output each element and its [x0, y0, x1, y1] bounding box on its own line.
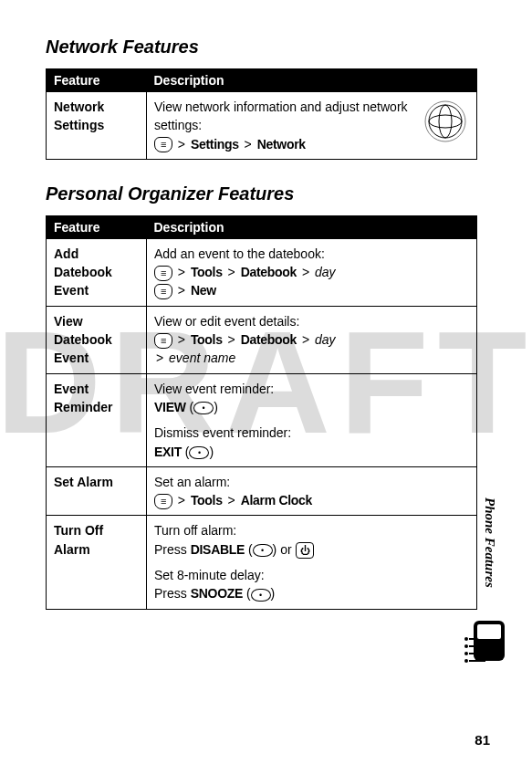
left-softkey-icon: •: [193, 402, 214, 414]
desc-text: Turn off alarm:: [154, 523, 236, 538]
desc-text: Press: [154, 586, 191, 601]
gt: >: [228, 332, 235, 347]
svg-rect-10: [469, 645, 478, 647]
softkey-label: DISABLE: [191, 542, 245, 557]
menu-path: Tools: [191, 332, 223, 347]
menu-path: Tools: [191, 265, 223, 279]
side-tab-label: Phone Features: [482, 497, 497, 588]
desc-text: Press: [154, 542, 191, 557]
desc-text: Set 8-minute delay:: [154, 568, 265, 582]
menu-path-var: day: [315, 265, 336, 279]
svg-point-1: [429, 115, 462, 128]
gt: >: [178, 332, 185, 347]
section-title-organizer: Personal Organizer Features: [46, 183, 477, 204]
svg-point-5: [464, 637, 468, 641]
menu-key-icon: [154, 284, 172, 299]
gt: >: [228, 493, 235, 508]
svg-point-0: [429, 105, 462, 138]
menu-path-var: day: [315, 332, 336, 347]
gt: >: [245, 137, 252, 152]
description-cell: Set an alarm: > Tools > Alarm Clock: [147, 466, 477, 516]
right-softkey-icon: •: [253, 544, 273, 557]
description-cell: Turn off alarm: Press DISABLE (•) or Set…: [147, 516, 477, 609]
menu-path-var: event name: [169, 351, 235, 365]
desc-text: View network information and adjust netw…: [154, 99, 408, 132]
col-description: Description: [147, 69, 477, 92]
desc-text: Dismiss event reminder:: [154, 425, 291, 440]
table-row: Set Alarm Set an alarm: > Tools > Alarm …: [47, 466, 477, 516]
section-title-network: Network Features: [46, 37, 477, 58]
menu-key-icon: [154, 333, 172, 349]
desc-text: Add an event to the datebook:: [154, 246, 325, 261]
network-features-table: Feature Description Network Settings: [46, 68, 477, 160]
gt: >: [156, 351, 163, 365]
description-cell: View network information and adjust netw…: [147, 92, 477, 160]
menu-path: Settings: [191, 137, 239, 152]
menu-path: New: [191, 283, 216, 298]
svg-point-6: [464, 644, 468, 648]
menu-path: Tools: [191, 493, 223, 508]
gt: >: [178, 283, 185, 298]
softkey-label: EXIT: [154, 445, 182, 459]
svg-rect-11: [469, 653, 482, 654]
gt: >: [178, 265, 185, 279]
gt: >: [178, 137, 185, 152]
gt: >: [178, 493, 185, 508]
col-feature: Feature: [47, 215, 147, 238]
svg-point-7: [464, 652, 468, 655]
menu-path: Network: [257, 137, 306, 152]
page-number: 81: [475, 732, 490, 748]
description-cell: View event reminder: VIEW (•) Dismiss ev…: [147, 373, 477, 466]
svg-point-2: [439, 105, 452, 138]
feature-cell: Set Alarm: [47, 466, 147, 516]
organizer-features-table: Feature Description Add Datebook Event A…: [46, 215, 477, 610]
table-row: Turn Off Alarm Turn off alarm: Press DIS…: [47, 516, 477, 609]
right-softkey-icon: •: [189, 446, 209, 459]
menu-path: Alarm Clock: [241, 493, 312, 508]
svg-point-8: [464, 659, 468, 663]
table-header-row: Feature Description: [47, 69, 477, 92]
menu-key-icon: [154, 137, 172, 152]
desc-text: View event reminder:: [154, 382, 274, 396]
end-key-icon: [296, 542, 314, 559]
menu-path: Datebook: [241, 332, 297, 347]
left-softkey-icon: •: [251, 589, 271, 602]
table-header-row: Feature Description: [47, 215, 477, 238]
feature-cell: Turn Off Alarm: [47, 516, 147, 609]
softkey-label: VIEW: [154, 400, 186, 414]
svg-rect-4: [477, 624, 501, 639]
col-description: Description: [147, 215, 477, 238]
svg-rect-9: [469, 638, 475, 640]
feature-cell: View Datebook Event: [47, 306, 147, 373]
svg-rect-12: [469, 660, 485, 662]
description-cell: Add an event to the datebook: > Tools > …: [147, 238, 477, 306]
menu-key-icon: [154, 266, 172, 281]
col-feature: Feature: [47, 69, 147, 92]
phone-icon: [464, 621, 505, 672]
table-row: View Datebook Event View or edit event d…: [47, 306, 477, 373]
feature-cell: Network Settings: [47, 92, 147, 160]
gt: >: [302, 265, 309, 279]
table-row: Event Reminder View event reminder: VIEW…: [47, 373, 477, 466]
menu-key-icon: [154, 494, 172, 509]
description-cell: View or edit event details: > Tools > Da…: [147, 306, 477, 373]
desc-text: Set an alarm:: [154, 475, 230, 489]
page-content: Network Features Feature Description Net…: [0, 0, 532, 610]
table-row: Add Datebook Event Add an event to the d…: [47, 238, 477, 306]
table-row: Network Settings View network informatio…: [47, 92, 477, 160]
desc-text: View or edit event details:: [154, 314, 299, 329]
feature-cell: Event Reminder: [47, 373, 147, 466]
gt: >: [302, 332, 309, 347]
menu-path: Datebook: [241, 265, 297, 279]
softkey-label: SNOOZE: [191, 586, 243, 601]
gt: >: [228, 265, 235, 279]
network-dependent-badge-icon: [422, 98, 469, 145]
feature-cell: Add Datebook Event: [47, 238, 147, 306]
desc-text: or: [276, 542, 295, 557]
